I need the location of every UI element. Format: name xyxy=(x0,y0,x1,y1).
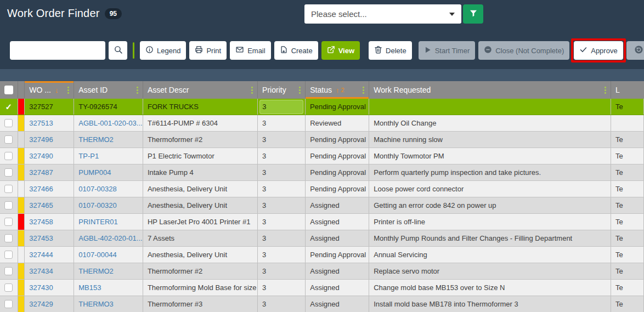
table-row[interactable]: 327430MB153Thermoforming Mold Base for s… xyxy=(0,280,644,296)
table-row[interactable]: 3274650107-00320Anesthesia, Delivery Uni… xyxy=(0,197,644,214)
row-checkbox[interactable] xyxy=(4,168,13,177)
row-checked-icon[interactable] xyxy=(5,102,13,112)
wo-number[interactable]: 327453 xyxy=(29,234,53,242)
wo-number[interactable]: 327496 xyxy=(29,135,53,144)
filter-button[interactable] xyxy=(463,4,483,24)
row-select-cell[interactable] xyxy=(0,115,18,131)
select-all-header-cell[interactable] xyxy=(0,81,18,99)
row-select-cell[interactable] xyxy=(0,197,18,213)
wo-number[interactable]: 327429 xyxy=(29,300,53,308)
wo-number[interactable]: 327466 xyxy=(29,185,53,193)
row-select-cell[interactable] xyxy=(0,280,18,296)
column-menu-icon[interactable] xyxy=(64,87,69,94)
table-row[interactable]: 327434THERMO2Thermoformer #23AssignedRep… xyxy=(0,263,644,280)
print-button[interactable]: Print xyxy=(189,41,227,60)
column-menu-icon[interactable] xyxy=(601,87,606,94)
row-select-cell[interactable] xyxy=(0,263,18,279)
select-all-checkbox[interactable] xyxy=(4,86,13,94)
row-select-cell[interactable] xyxy=(0,230,18,246)
column-menu-icon[interactable] xyxy=(248,87,253,94)
reopen-button-cutoff[interactable] xyxy=(626,41,644,60)
column-header-asset-descr[interactable]: Asset Descr xyxy=(143,81,258,99)
start-timer-button[interactable]: Start Timer xyxy=(419,41,476,60)
column-header-work-requested[interactable]: Work Requested xyxy=(369,81,611,99)
wo-number[interactable]: 327434 xyxy=(29,267,53,275)
table-row[interactable]: 3274440107-00044Anesthesia, Delivery Uni… xyxy=(0,247,644,263)
legend-button[interactable]: Legend xyxy=(140,41,186,60)
table-row[interactable]: 327490TP-P1P1 Electric Towmotor3Pending … xyxy=(0,148,644,164)
table-row[interactable]: 327453AGBL-402-020-01...7 Assets3Assigne… xyxy=(0,230,644,247)
email-button[interactable]: Email xyxy=(230,41,271,60)
row-select-cell[interactable] xyxy=(0,247,18,263)
asset-id[interactable]: PUMP004 xyxy=(78,168,111,177)
asset-id[interactable]: THERMO2 xyxy=(78,135,114,144)
column-header-asset-id[interactable]: Asset ID xyxy=(74,81,143,99)
column-header-status[interactable]: Status 2 xyxy=(306,81,369,99)
row-select-cell[interactable] xyxy=(0,164,18,180)
wo-number[interactable]: 327444 xyxy=(29,251,53,259)
cutoff-column-text-cell: Te xyxy=(611,230,644,246)
row-select-cell[interactable] xyxy=(0,296,18,312)
row-select-cell[interactable] xyxy=(0,214,18,230)
row-checkbox[interactable] xyxy=(4,201,13,209)
approve-button[interactable]: Approve xyxy=(574,41,623,60)
row-select-cell[interactable] xyxy=(0,99,18,115)
asset-id[interactable]: PRINTER01 xyxy=(78,218,118,226)
row-checkbox[interactable] xyxy=(4,267,13,275)
column-header-cutoff[interactable]: L xyxy=(611,81,644,99)
table-row[interactable]: 3274660107-00328Anesthesia, Delivery Uni… xyxy=(0,181,644,197)
asset-id[interactable]: TP-P1 xyxy=(78,152,99,160)
table-row[interactable]: 327496THERMO2Thermoformer #23Pending App… xyxy=(0,132,644,148)
row-checkbox[interactable] xyxy=(4,251,13,259)
asset-id[interactable]: AGBL-402-020-01... xyxy=(78,234,142,242)
row-checkbox[interactable] xyxy=(4,283,13,292)
row-checkbox[interactable] xyxy=(4,152,13,160)
priority-value-cell: 3 xyxy=(258,181,306,197)
table-row[interactable]: 327513AGBL-001-020-03...T#6114-PUMP # 63… xyxy=(0,115,644,132)
wo-number[interactable]: 327430 xyxy=(29,283,53,292)
row-checkbox[interactable] xyxy=(4,218,13,226)
wo-number[interactable]: 327490 xyxy=(29,152,53,160)
close-not-complete-button[interactable]: Close (Not Complete) xyxy=(478,41,569,60)
delete-button[interactable]: Delete xyxy=(369,41,412,60)
row-select-cell[interactable] xyxy=(0,132,18,148)
row-select-cell[interactable] xyxy=(0,148,18,164)
table-row[interactable]: 327458PRINTER01HP LaserJet Pro 4001 Prin… xyxy=(0,214,644,230)
column-header-wo[interactable]: WO ... xyxy=(25,81,74,99)
table-row[interactable]: 327487PUMP004Intake Pump 43Pending Appro… xyxy=(0,164,644,181)
row-checkbox[interactable] xyxy=(4,119,13,127)
wo-number[interactable]: 327458 xyxy=(29,218,53,226)
search-input[interactable] xyxy=(10,41,105,60)
priority-highlight[interactable]: 3 xyxy=(259,100,303,114)
asset-id[interactable]: THERMO3 xyxy=(78,300,114,308)
column-menu-icon[interactable] xyxy=(359,87,364,94)
view-button[interactable]: View xyxy=(321,41,360,60)
wo-number[interactable]: 327465 xyxy=(29,201,53,209)
create-button[interactable]: Create xyxy=(274,41,318,60)
row-checkbox[interactable] xyxy=(4,300,13,308)
column-menu-icon[interactable] xyxy=(133,87,138,94)
work-requested-text: Monthly Towmotor PM xyxy=(374,152,444,160)
row-checkbox[interactable] xyxy=(4,234,13,242)
column-menu-icon[interactable] xyxy=(296,87,301,94)
row-checkbox[interactable] xyxy=(4,135,13,144)
status-value-cell: Pending Approval xyxy=(306,181,369,197)
cutoff-column-text-cell: Te xyxy=(611,99,644,115)
asset-id[interactable]: 0107-00328 xyxy=(78,185,116,193)
column-label-asset-id: Asset ID xyxy=(78,86,108,94)
row-select-cell[interactable] xyxy=(0,181,18,197)
asset-id[interactable]: 0107-00320 xyxy=(78,201,116,209)
column-header-priority[interactable]: Priority xyxy=(258,81,306,99)
wo-number[interactable]: 327513 xyxy=(29,119,53,127)
asset-id[interactable]: THERMO2 xyxy=(78,267,114,275)
search-button[interactable] xyxy=(109,41,127,60)
asset-id[interactable]: 0107-00044 xyxy=(78,251,116,259)
wo-number[interactable]: 327487 xyxy=(29,168,53,177)
table-row[interactable]: 327429THERMO3Thermoformer #33AssignedIns… xyxy=(0,296,644,312)
asset-id-cell: THERMO2 xyxy=(74,263,143,279)
asset-id[interactable]: AGBL-001-020-03... xyxy=(78,119,142,127)
table-row[interactable]: 327527TY-0926574FORK TRUCKS3Pending Appr… xyxy=(0,99,644,115)
saved-search-select[interactable]: Please select... xyxy=(304,4,461,24)
row-checkbox[interactable] xyxy=(4,185,13,193)
asset-id[interactable]: MB153 xyxy=(78,283,101,292)
